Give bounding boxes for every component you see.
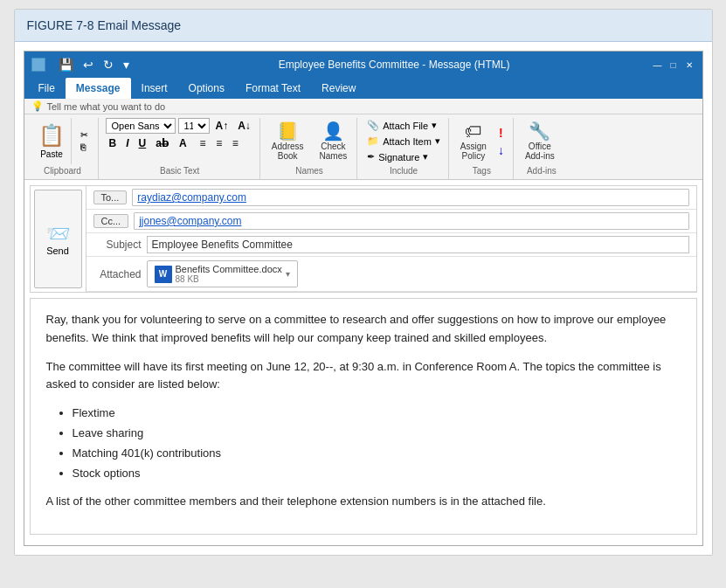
- body-paragraph1: Ray, thank you for volunteering to serve…: [46, 311, 681, 348]
- attached-label: Attached: [93, 268, 142, 280]
- window-title: Employee Benefits Committee - Message (H…: [137, 59, 652, 71]
- tab-options[interactable]: Options: [178, 78, 235, 99]
- importance-low-btn[interactable]: ↓: [494, 142, 508, 158]
- redo-btn[interactable]: ↻: [100, 57, 116, 73]
- body-paragraph2: The committee will have its first meetin…: [46, 358, 681, 395]
- attach-file-label: Attach File: [383, 121, 428, 131]
- signature-btn[interactable]: ✒ Signature ▾: [364, 149, 443, 164]
- assign-policy-btn[interactable]: 🏷 Assign Policy: [456, 120, 491, 163]
- font-row-bottom: B I U ab̶ A ≡ ≡ ≡: [106, 136, 242, 150]
- save-btn[interactable]: 💾: [56, 57, 76, 73]
- assign-policy-label: Assign Policy: [460, 142, 487, 161]
- attach-item-btn[interactable]: 📁 Attach Item ▾: [364, 134, 443, 149]
- tab-review[interactable]: Review: [311, 78, 366, 99]
- bold-btn[interactable]: B: [106, 136, 121, 150]
- tellme-bar[interactable]: 💡 Tell me what you want to do: [24, 99, 702, 114]
- cut-btn[interactable]: ✂: [78, 129, 90, 141]
- office-addins-icon: 🔧: [529, 122, 550, 140]
- attach-file-icon: 📎: [367, 120, 379, 131]
- font-size-select[interactable]: 11: [178, 118, 210, 134]
- signature-label: Signature: [378, 152, 419, 163]
- word-icon: W: [155, 266, 172, 283]
- shrink-font-btn[interactable]: A↓: [234, 119, 254, 133]
- outlook-window: 💾 ↩ ↻ ▾ Employee Benefits Committee - Me…: [24, 51, 703, 546]
- compose-rows: 📨 Send To... Cc...: [30, 185, 697, 293]
- basic-text-group: Open Sans 11 A↑ A↓ B I U ab̶ A: [100, 118, 260, 179]
- tags-label: Tags: [456, 164, 508, 177]
- align-left-btn[interactable]: ≡: [197, 136, 210, 150]
- tellme-text[interactable]: Tell me what you want to do: [47, 101, 166, 112]
- restore-btn[interactable]: □: [667, 59, 680, 71]
- attach-item-icon: 📁: [367, 135, 379, 147]
- send-icon: 📨: [46, 223, 70, 246]
- subject-input[interactable]: [147, 236, 689, 253]
- italic-btn[interactable]: I: [122, 136, 132, 150]
- address-book-icon: 📒: [277, 122, 299, 140]
- title-bar: 💾 ↩ ↻ ▾ Employee Benefits Committee - Me…: [24, 52, 702, 78]
- attachment-name: Benefits Committee.docx: [176, 264, 282, 274]
- subject-row: Subject: [86, 233, 696, 257]
- paste-label: Paste: [40, 149, 63, 159]
- attached-row: Attached W Benefits Committee.docx 88 KB…: [86, 257, 696, 292]
- compose-fields: To... Cc... Subject Attached: [86, 186, 696, 292]
- quick-access-toolbar: 💾 ↩ ↻ ▾: [51, 55, 137, 74]
- tab-file[interactable]: File: [28, 78, 66, 99]
- to-input[interactable]: [132, 189, 688, 206]
- signature-dropdown[interactable]: ▾: [423, 151, 428, 163]
- align-btns: ≡ ≡ ≡: [197, 136, 242, 150]
- window-controls: — □ ✕: [652, 59, 695, 71]
- email-body[interactable]: Ray, thank you for volunteering to serve…: [30, 298, 697, 535]
- align-right-btn[interactable]: ≡: [229, 136, 242, 150]
- clipboard-label: Clipboard: [33, 164, 93, 177]
- include-label: Include: [364, 164, 443, 177]
- attachment-chip[interactable]: W Benefits Committee.docx 88 KB ▾: [147, 260, 298, 287]
- customize-btn[interactable]: ▾: [121, 57, 132, 73]
- to-btn[interactable]: To...: [93, 190, 128, 204]
- subject-label: Subject: [93, 239, 142, 251]
- include-col: 📎 Attach File ▾ 📁 Attach Item ▾ ✒ Signat…: [364, 118, 443, 164]
- figure-container: FIGURE 7-8 Email Message 💾 ↩ ↻ ▾ Employe…: [14, 9, 713, 556]
- signature-icon: ✒: [367, 151, 375, 163]
- paste-btn[interactable]: 📋 Paste: [33, 118, 72, 164]
- tab-format-text[interactable]: Format Text: [235, 78, 311, 99]
- clipboard-content: 📋 Paste ✂ ⎘: [33, 118, 93, 164]
- check-names-icon: 👤: [322, 122, 344, 140]
- send-label: Send: [46, 246, 69, 256]
- bullet-4: Stock options: [73, 465, 681, 483]
- include-content: 📎 Attach File ▾ 📁 Attach Item ▾ ✒ Signat…: [364, 118, 443, 164]
- attach-file-dropdown[interactable]: ▾: [432, 120, 437, 131]
- tab-message[interactable]: Message: [66, 78, 131, 99]
- title-bar-left: 💾 ↩ ↻ ▾: [31, 55, 137, 74]
- bullet-3: Matching 401(k) contributions: [73, 445, 681, 463]
- strikethrough-btn[interactable]: ab̶: [152, 136, 173, 150]
- office-addins-label: Office Add-ins: [525, 142, 555, 161]
- assign-policy-icon: 🏷: [465, 122, 482, 140]
- cc-btn[interactable]: Cc...: [93, 214, 129, 228]
- addins-group: 🔧 Office Add-ins Add-ins: [515, 118, 568, 179]
- undo-btn[interactable]: ↩: [80, 57, 96, 73]
- attach-file-btn[interactable]: 📎 Attach File ▾: [364, 118, 443, 133]
- copy-btn[interactable]: ⎘: [78, 142, 90, 153]
- check-names-btn[interactable]: 👤 Check Names: [315, 120, 352, 163]
- underline-btn[interactable]: U: [135, 136, 150, 150]
- tags-group: 🏷 Assign Policy ! ↓ Tags: [451, 118, 514, 179]
- grow-font-btn[interactable]: A↑: [212, 119, 232, 133]
- importance-high-btn[interactable]: !: [494, 125, 508, 141]
- font-family-select[interactable]: Open Sans: [106, 118, 176, 134]
- tab-insert[interactable]: Insert: [131, 78, 178, 99]
- align-center-btn[interactable]: ≡: [212, 136, 225, 150]
- office-addins-btn[interactable]: 🔧 Office Add-ins: [521, 120, 559, 163]
- attach-item-dropdown[interactable]: ▾: [435, 135, 440, 147]
- address-book-btn[interactable]: 📒 Address Book: [267, 120, 308, 163]
- tags-content: 🏷 Assign Policy ! ↓: [456, 118, 508, 164]
- close-btn[interactable]: ✕: [683, 59, 695, 71]
- include-group: 📎 Attach File ▾ 📁 Attach Item ▾ ✒ Signat…: [359, 118, 449, 179]
- cc-input[interactable]: [134, 212, 688, 230]
- attachment-dropdown[interactable]: ▾: [286, 269, 290, 279]
- minimize-btn[interactable]: —: [652, 59, 664, 71]
- basic-text-label: Basic Text: [106, 164, 254, 177]
- attachment-size: 88 KB: [176, 274, 282, 284]
- font-color-btn[interactable]: A: [176, 136, 190, 150]
- send-btn[interactable]: 📨 Send: [34, 190, 82, 288]
- clipboard-group: 📋 Paste ✂ ⎘ Clipboard: [28, 118, 99, 179]
